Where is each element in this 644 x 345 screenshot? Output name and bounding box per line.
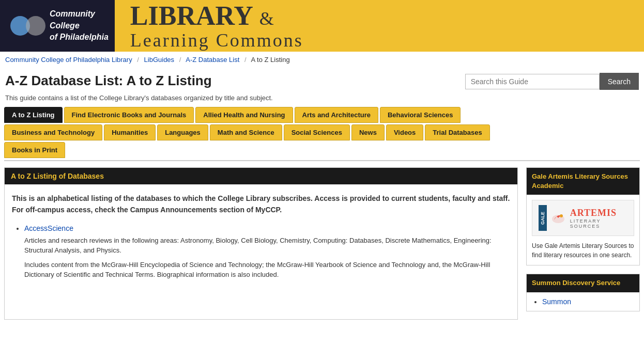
- db-desc2-accessscience: Includes content from the McGraw-Hill En…: [12, 260, 510, 280]
- tab-math-science[interactable]: Math and Science: [210, 124, 282, 140]
- title-subtitle: Learning Commons: [130, 30, 303, 51]
- tab-social-sciences[interactable]: Social Sciences: [284, 124, 350, 140]
- breadcrumb-sep-3: /: [244, 56, 247, 64]
- content-box-header: A to Z Listing of Databases: [5, 168, 517, 184]
- artemis-name: ARTEMIS: [570, 208, 627, 218]
- tab-trial-databases[interactable]: Trial Databases: [425, 124, 489, 140]
- artemis-text-block: ARTEMIS LITERARY SOURCES: [570, 208, 627, 229]
- title-sub-text: Learning Commons: [130, 30, 303, 51]
- title-main: LIBRARY: [130, 1, 253, 30]
- artemis-logo: GALE ARTEMIS LITERARY SOURCES: [532, 200, 634, 236]
- tab-electronic-books[interactable]: Find Electronic Books and Journals: [64, 107, 194, 123]
- header-title-area: LIBRARY & Learning Commons: [115, 0, 644, 52]
- content-box-body: This is an alphabetical listing of the d…: [5, 184, 517, 294]
- tabs-row3: Books in Print: [0, 142, 644, 158]
- artemis-bird-icon: [550, 209, 567, 227]
- site-logo: Community College of Philadelphia: [0, 0, 115, 52]
- breadcrumb-sep-1: /: [137, 56, 139, 64]
- page-title: A-Z Database List: A to Z Listing: [5, 73, 212, 89]
- artemis-subtitle: LITERARY SOURCES: [570, 218, 627, 229]
- tab-languages[interactable]: Languages: [157, 124, 208, 140]
- breadcrumb-link-libguides[interactable]: LibGuides: [144, 56, 175, 64]
- sidebar-box-artemis-header: Gale Artemis Literary Sources Academic: [527, 168, 639, 195]
- tab-news[interactable]: News: [351, 124, 385, 140]
- sidebar-box-summon-body: Summon: [527, 292, 639, 311]
- main-layout: A to Z Listing of Databases This is an a…: [0, 167, 644, 320]
- logo-line3: of Philadelphia: [50, 33, 109, 41]
- breadcrumb: Community College of Philadelphia Librar…: [0, 52, 644, 68]
- breadcrumb-link-library[interactable]: Community College of Philadelphia Librar…: [5, 56, 132, 64]
- sidebar: Gale Artemis Literary Sources Academic G…: [526, 167, 640, 320]
- site-header: Community College of Philadelphia LIBRAR…: [0, 0, 644, 52]
- logo-line1: Community: [50, 9, 95, 18]
- sidebar-box-artemis-body: GALE ARTEMIS LITERARY SOURCES: [527, 195, 639, 265]
- tab-business-tech[interactable]: Business and Technology: [4, 124, 102, 140]
- logo-text: Community College of Philadelphia: [50, 8, 109, 43]
- logo-line2: College: [50, 21, 80, 30]
- logo-circles: [6, 16, 50, 36]
- search-box: Search: [465, 73, 639, 90]
- title-amp: &: [259, 9, 274, 29]
- circle-gray-icon: [26, 16, 45, 36]
- tabs-divider: [4, 160, 640, 161]
- sidebar-box-summon-header: Summon Discovery Service: [527, 274, 639, 292]
- title-line1: LIBRARY &: [130, 1, 303, 30]
- page-header-section: A-Z Database List: A to Z Listing Search: [0, 68, 644, 92]
- tab-behavioral-sciences[interactable]: Behavioral Sciences: [380, 107, 461, 123]
- tabs-row2: Business and Technology Humanities Langu…: [0, 124, 644, 140]
- tab-allied-health[interactable]: Allied Health and Nursing: [195, 107, 293, 123]
- tab-books-in-print[interactable]: Books in Print: [4, 142, 65, 158]
- db-entry-accessscience: AccessScience Articles and research revi…: [12, 224, 510, 280]
- sidebar-box-summon: Summon Discovery Service Summon: [526, 274, 640, 311]
- tab-videos[interactable]: Videos: [386, 124, 423, 140]
- gale-label: GALE: [539, 205, 547, 231]
- summon-link[interactable]: Summon: [542, 297, 571, 306]
- tab-arts-architecture[interactable]: Arts and Architecture: [295, 107, 378, 123]
- breadcrumb-current: A to Z Listing: [251, 56, 289, 64]
- content-box: A to Z Listing of Databases This is an a…: [4, 167, 518, 320]
- db-link-accessscience[interactable]: AccessScience: [24, 224, 73, 232]
- tabs-row1: A to Z Listing Find Electronic Books and…: [0, 107, 644, 123]
- breadcrumb-link-azdb[interactable]: A-Z Database List: [186, 56, 239, 64]
- svg-point-1: [560, 214, 563, 217]
- intro-text: This is an alphabetical listing of the d…: [12, 193, 510, 216]
- breadcrumb-sep-2: /: [179, 56, 181, 64]
- artemis-logo-inner: GALE ARTEMIS LITERARY SOURCES: [539, 205, 627, 231]
- tab-az-listing[interactable]: A to Z Listing: [4, 107, 63, 123]
- tab-humanities[interactable]: Humanities: [104, 124, 156, 140]
- search-button[interactable]: Search: [600, 73, 639, 90]
- page-description: This guide contains a list of the Colleg…: [0, 92, 644, 107]
- header-title-text: LIBRARY & Learning Commons: [130, 1, 303, 51]
- search-input[interactable]: [465, 74, 600, 89]
- sidebar-box-artemis: Gale Artemis Literary Sources Academic G…: [526, 167, 640, 265]
- artemis-desc: Use Gale Artemis Literary Sources to fin…: [532, 241, 634, 260]
- db-desc1-accessscience: Articles and research reviews in the fol…: [12, 236, 510, 256]
